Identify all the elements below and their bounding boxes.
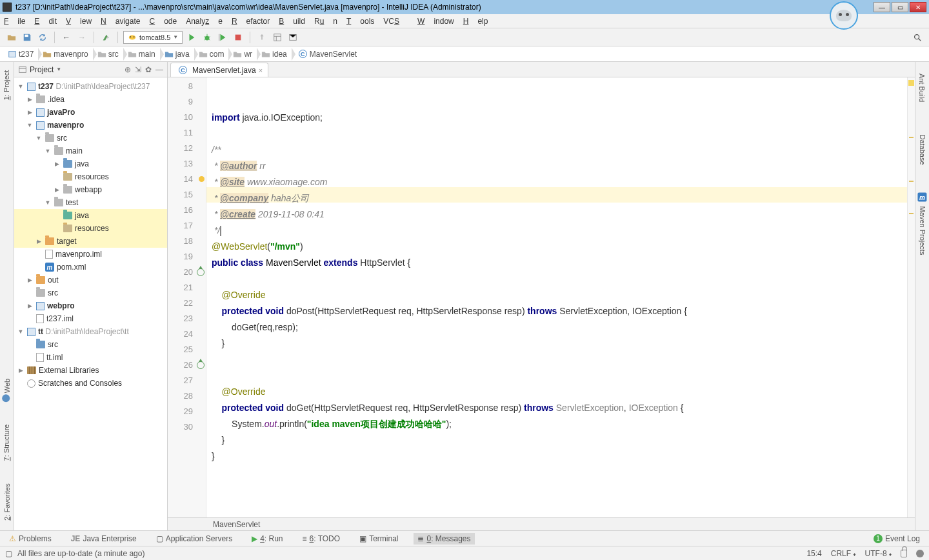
tab-run[interactable]: ▶4: Run [248,533,286,545]
code-area[interactable]: import java.io.IOException; /** * @autho… [206,77,907,517]
menu-help[interactable]: Help [463,17,488,26]
tab-database[interactable]: Database [919,134,926,165]
menu-file[interactable]: File [4,17,25,26]
menu-navigate[interactable]: Navigate [101,17,140,26]
avatar-icon[interactable] [830,1,858,30]
tree-row[interactable]: mpom.xml [14,261,167,274]
stop-button[interactable] [232,31,245,44]
tab-web[interactable]: Web [3,379,12,402]
tab-close-icon[interactable]: × [259,66,263,74]
tab-event-log[interactable]: 1Event Log [870,533,924,545]
crumb-main[interactable]: main [124,48,161,61]
menu-build[interactable]: Build [279,17,305,26]
close-button[interactable]: ✕ [910,2,926,12]
forward-button[interactable]: → [75,31,88,44]
tree-row[interactable]: ▼test [14,196,167,209]
editor-tab[interactable]: C MavenServlet.java × [170,63,268,77]
tree-row[interactable]: ▶out [14,274,167,286]
tree-row[interactable]: ▼src [14,132,167,145]
project-tree[interactable]: ▼t237 D:\initPath\IdeaProject\t237 ▶.ide… [14,77,167,530]
tree-row[interactable]: src [14,286,167,299]
menu-refactor[interactable]: Refactor [232,17,270,26]
tab-messages[interactable]: ≣0: Messages [414,533,474,545]
menu-window[interactable]: Window [417,17,454,26]
tree-row[interactable]: src [14,338,167,351]
tree-row[interactable]: ▶webapp [14,183,167,196]
file-encoding[interactable]: UTF-8 ♦ [865,549,892,558]
tree-row[interactable]: t237.iml [14,312,167,325]
hector-icon[interactable] [916,550,924,557]
tree-row-extlib[interactable]: ▶External Libraries [14,364,167,377]
chevron-down-icon[interactable]: ▼ [56,66,61,72]
tab-terminal[interactable]: ▣Terminal [355,533,402,545]
tree-row[interactable]: mavenpro.iml [14,248,167,261]
gutter[interactable]: 891011 12131415 16171819 20212223 242526… [168,77,206,517]
tree-row[interactable]: ▶webpro [14,299,167,312]
tab-maven-projects[interactable]: m Maven Projects [918,190,927,255]
run-config-combo[interactable]: tomcat8.5 ▼ [123,31,183,44]
run-button[interactable] [185,31,198,44]
minimize-button[interactable]: — [874,2,890,12]
menu-analyze[interactable]: Analyze [186,17,223,26]
line-separator[interactable]: CRLF ♦ [831,549,856,558]
tree-row[interactable]: ▼mavenpro [14,119,167,132]
structure-popup-button[interactable] [271,31,284,44]
tree-row[interactable]: ▶.idea [14,93,167,106]
crumb-com[interactable]: com [195,48,230,61]
tree-row-tt[interactable]: ▼tt D:\initPath\IdeaProject\tt [14,325,167,338]
menu-tools[interactable]: Tools [346,17,374,26]
warning-indicator-icon[interactable] [908,80,914,86]
toolwindow-toggle-icon[interactable]: ▢ [5,549,12,558]
tree-row-scratch[interactable]: Scratches and Consoles [14,377,167,390]
tree-row[interactable]: resources [14,222,167,235]
gear-icon[interactable]: ✿ [145,65,152,74]
tab-project[interactable]: 1: Project [3,70,11,100]
coverage-button[interactable] [216,31,229,44]
tab-java-enterprise[interactable]: JEJava Enterprise [67,533,141,545]
lock-icon[interactable] [901,550,907,557]
save-button[interactable] [21,31,34,44]
hide-icon[interactable]: — [155,65,163,74]
tab-antbuild[interactable]: Ant Build [919,74,926,102]
editor[interactable]: 891011 12131415 16171819 20212223 242526… [168,77,915,517]
crumb-idea[interactable]: idea [257,48,292,61]
error-stripe[interactable] [907,77,915,517]
tab-todo[interactable]: ≡6: TODO [299,533,345,545]
menu-view[interactable]: View [66,17,92,26]
tab-problems[interactable]: ⚠Problems [5,533,55,545]
debug-button[interactable] [201,31,214,44]
tab-structure[interactable]: 7: Structure [3,425,11,461]
search-everywhere-button[interactable] [911,31,924,44]
tree-row[interactable]: ▶java [14,157,167,170]
collapse-icon[interactable]: ⇲ [135,65,141,74]
caret-position[interactable]: 15:4 [806,549,821,558]
crumb-src[interactable]: src [94,48,124,61]
tree-row[interactable]: ▶target [14,235,167,248]
find-button[interactable] [286,31,299,44]
crumb-wr[interactable]: wr [229,48,257,61]
sync-button[interactable] [36,31,49,44]
maximize-button[interactable]: ▭ [892,2,908,12]
update-button[interactable] [255,31,268,44]
menu-vcs[interactable]: VCS [383,17,408,26]
build-button[interactable] [99,31,112,44]
tree-row[interactable]: ▼main [14,145,167,157]
locate-icon[interactable]: ⊕ [125,65,131,74]
back-button[interactable]: ← [60,31,73,44]
tab-app-servers[interactable]: ▢Application Servers [152,533,236,545]
tree-row[interactable]: java [14,209,167,222]
menu-run[interactable]: Run [314,17,337,26]
menu-edit[interactable]: Edit [34,17,57,26]
tree-row[interactable]: resources [14,170,167,183]
menu-code[interactable]: Code [149,17,177,26]
tree-row[interactable]: ▶javaPro [14,106,167,119]
crumb-mavenpro[interactable]: mavenpro [39,48,93,61]
editor-breadcrumb[interactable]: MavenServlet [168,517,915,530]
crumb-file[interactable]: CMavenServlet [292,48,362,61]
tree-row-root[interactable]: ▼t237 D:\initPath\IdeaProject\t237 [14,80,167,93]
open-button[interactable] [5,31,18,44]
tree-row[interactable]: tt.iml [14,351,167,364]
crumb-java[interactable]: java [161,48,195,61]
crumb-t237[interactable]: t237 [4,48,39,61]
tab-favorites[interactable]: 2: Favorites [3,483,11,520]
